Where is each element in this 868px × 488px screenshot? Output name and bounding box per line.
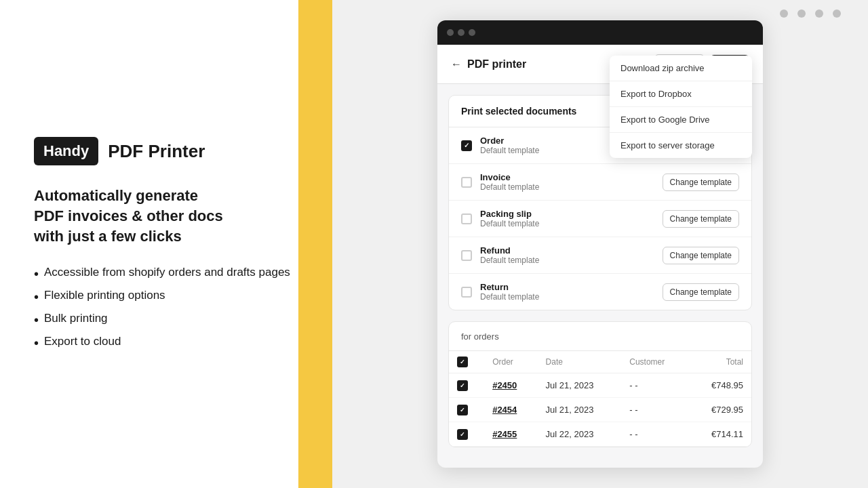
table-header-row: Order Date Customer Total — [449, 351, 751, 373]
table-row: #2454 Jul 21, 2023 - - €729.95 — [449, 398, 751, 422]
logo-area: Handy PDF Printer — [34, 137, 298, 165]
dropdown-item-google-drive[interactable]: Export to Google Drive — [610, 107, 752, 133]
col-header-date: Date — [538, 351, 622, 373]
feature-2: Flexible printing options — [34, 289, 298, 305]
dropdown-item-server[interactable]: Export to server storage — [610, 133, 752, 158]
doc-template-return: Default template — [480, 292, 654, 302]
order-customer-2450: - - — [621, 373, 688, 398]
checkbox-invoice[interactable] — [461, 177, 472, 188]
dot-4 — [833, 9, 841, 18]
traffic-dot-2 — [458, 29, 465, 36]
row-checkbox-cell — [449, 422, 484, 447]
row-checkbox-cell — [449, 398, 484, 422]
traffic-dot-1 — [447, 29, 454, 36]
dot-1 — [780, 9, 788, 18]
doc-info-refund: Refund Default template — [480, 245, 654, 265]
table-row: #2455 Jul 22, 2023 - - €714.11 — [449, 422, 751, 447]
back-arrow-icon[interactable]: ← — [451, 58, 462, 70]
back-btn-area[interactable]: ← PDF printer — [451, 58, 526, 70]
checkbox-order[interactable] — [461, 140, 472, 151]
tagline: Automatically generate PDF invoices & ot… — [34, 186, 298, 246]
doc-template-refund: Default template — [480, 256, 654, 265]
document-row-return: Return Default template Change template — [449, 274, 751, 310]
document-row-refund: Refund Default template Change template — [449, 237, 751, 274]
select-all-checkbox[interactable] — [457, 357, 468, 367]
dropdown-item-dropbox[interactable]: Export to Dropbox — [610, 81, 752, 107]
left-panel: Handy PDF Printer Automatically generate… — [0, 0, 332, 488]
checkbox-return[interactable] — [461, 287, 472, 298]
doc-name-invoice: Invoice — [480, 172, 654, 182]
feature-1: Accessible from shopify orders and draft… — [34, 266, 298, 282]
doc-name-packing-slip: Packing slip — [480, 209, 654, 219]
order-date-2450: Jul 21, 2023 — [538, 373, 622, 398]
orders-table: Order Date Customer Total #2450 Jul — [449, 351, 751, 447]
checkbox-packing-slip[interactable] — [461, 214, 472, 224]
change-template-invoice[interactable]: Change template — [663, 174, 739, 191]
tagline-line3: with just a few clicks — [34, 228, 182, 245]
document-row-packing-slip: Packing slip Default template Change tem… — [449, 201, 751, 237]
dropdown-item-zip[interactable]: Download zip archive — [610, 56, 752, 81]
doc-info-invoice: Invoice Default template — [480, 172, 654, 192]
order-number-2455[interactable]: #2455 — [484, 422, 537, 447]
orders-card: for orders Order Date Customer Total — [448, 321, 752, 447]
dot-2 — [797, 9, 806, 18]
order-total-2455: €714.11 — [688, 422, 751, 447]
logo-text: PDF Printer — [108, 141, 205, 162]
traffic-dot-3 — [469, 29, 475, 36]
order-customer-2454: - - — [621, 398, 688, 422]
change-template-refund[interactable]: Change template — [663, 247, 739, 264]
right-panel: ← PDF printer Export ▾ Print Print selec… — [332, 0, 868, 488]
app-window: ← PDF printer Export ▾ Print Print selec… — [437, 20, 763, 468]
order-number-2454[interactable]: #2454 — [484, 398, 537, 422]
tagline-line2: PDF invoices & other docs — [34, 207, 223, 224]
doc-name-refund: Refund — [480, 245, 654, 256]
order-customer-2455: - - — [621, 422, 688, 447]
col-header-checkbox — [449, 351, 484, 373]
table-row: #2450 Jul 21, 2023 - - €748.95 — [449, 373, 751, 398]
export-dropdown: Download zip archive Export to Dropbox E… — [610, 56, 752, 158]
document-row-invoice: Invoice Default template Change template — [449, 164, 751, 201]
col-header-total: Total — [688, 351, 751, 373]
dots-decoration — [780, 9, 841, 18]
window-titlebar — [437, 20, 763, 45]
logo-box: Handy — [34, 137, 98, 165]
col-header-customer: Customer — [621, 351, 688, 373]
row-checkbox-2455[interactable] — [457, 429, 468, 440]
feature-4: Export to cloud — [34, 335, 298, 351]
order-date-2454: Jul 21, 2023 — [538, 398, 622, 422]
order-total-2450: €748.95 — [688, 373, 751, 398]
order-date-2455: Jul 22, 2023 — [538, 422, 622, 447]
doc-template-packing-slip: Default template — [480, 219, 654, 228]
tagline-line1: Automatically generate — [34, 187, 198, 204]
doc-name-return: Return — [480, 282, 654, 292]
col-header-order: Order — [484, 351, 537, 373]
doc-info-packing-slip: Packing slip Default template — [480, 209, 654, 228]
doc-info-return: Return Default template — [480, 282, 654, 302]
doc-template-invoice: Default template — [480, 182, 654, 192]
order-total-2454: €729.95 — [688, 398, 751, 422]
page-title: PDF printer — [467, 58, 526, 70]
row-checkbox-2454[interactable] — [457, 405, 468, 415]
row-checkbox-2450[interactable] — [457, 380, 468, 391]
change-template-return[interactable]: Change template — [663, 283, 739, 301]
row-checkbox-cell — [449, 373, 484, 398]
feature-3: Bulk printing — [34, 312, 298, 328]
dot-3 — [815, 9, 823, 18]
change-template-packing-slip[interactable]: Change template — [663, 210, 739, 228]
orders-card-header: for orders — [449, 322, 751, 351]
print-section-title: Print selected documents — [461, 106, 576, 117]
feature-list: Accessible from shopify orders and draft… — [34, 266, 298, 351]
orders-section-label: for orders — [461, 331, 499, 342]
order-number-2450[interactable]: #2450 — [484, 373, 537, 398]
checkbox-refund[interactable] — [461, 250, 472, 261]
